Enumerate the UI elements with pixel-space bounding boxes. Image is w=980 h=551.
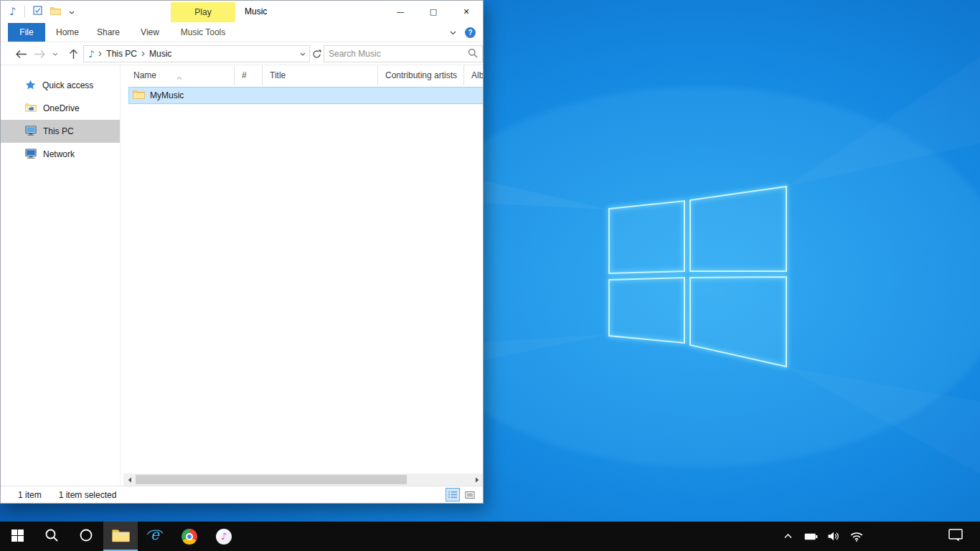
system-tray — [779, 522, 865, 551]
file-list-pane: Name # Title Contributing artists Alb — [120, 65, 483, 486]
file-name: MyMusic — [150, 90, 184, 100]
sidebar-item-network[interactable]: Network — [1, 143, 120, 166]
close-button[interactable]: ✕ — [450, 1, 483, 22]
minimize-button[interactable]: — — [384, 1, 417, 22]
taskbar-search-button[interactable] — [34, 522, 69, 551]
windows-start-icon — [11, 529, 24, 544]
sort-ascending-icon — [176, 67, 182, 85]
location-music-icon: ♪ — [88, 50, 94, 59]
search-icon[interactable] — [468, 48, 478, 60]
breadcrumb-music[interactable]: Music — [149, 49, 171, 59]
taskbar-chrome-button[interactable] — [172, 522, 207, 551]
breadcrumb-this-pc[interactable]: This PC — [106, 49, 137, 59]
column-header-name[interactable]: Name — [121, 65, 235, 85]
breadcrumb-chevron-icon[interactable] — [98, 49, 102, 59]
wifi-network-icon[interactable] — [848, 522, 865, 551]
scroll-left-icon[interactable] — [123, 474, 136, 486]
titlebar: ♪ Play Music — □ ✕ — [1, 1, 483, 22]
quick-access-toolbar: ♪ — [9, 1, 75, 22]
cortana-circle-icon — [79, 528, 93, 545]
ribbon-tab-row: File Home Share View Music Tools ? — [1, 22, 483, 42]
sidebar-item-onedrive[interactable]: OneDrive — [1, 97, 120, 120]
address-bar-row: ♪ This PC Music — [1, 42, 483, 65]
refresh-button[interactable] — [310, 45, 323, 62]
volume-icon[interactable] — [825, 522, 842, 551]
internet-explorer-icon: e — [146, 527, 164, 546]
itunes-music-icon: ♪ — [216, 529, 232, 545]
large-icons-view-button[interactable] — [463, 488, 477, 501]
sidebar-item-quick-access[interactable]: Quick access — [1, 74, 120, 97]
sidebar-item-this-pc[interactable]: This PC — [1, 120, 120, 143]
file-explorer-window: ♪ Play Music — □ ✕ File — [0, 0, 484, 504]
file-row-mymusic[interactable]: MyMusic — [129, 88, 483, 103]
properties-icon[interactable] — [33, 6, 42, 17]
column-header-number[interactable]: # — [235, 65, 263, 85]
window-controls: — □ ✕ — [384, 1, 483, 22]
computer-icon — [25, 126, 37, 138]
scrollbar-thumb[interactable] — [136, 475, 407, 484]
breadcrumb-chevron-icon[interactable] — [141, 49, 145, 59]
sidebar-item-label: Quick access — [42, 80, 93, 90]
address-dropdown-icon[interactable] — [296, 46, 309, 62]
taskbar: e ♪ — [0, 522, 980, 551]
ribbon-right-controls: ? — [450, 22, 476, 42]
chrome-icon — [182, 529, 197, 545]
forward-button[interactable] — [31, 42, 48, 65]
search-icon — [44, 528, 59, 545]
maximize-button[interactable]: □ — [417, 1, 450, 22]
horizontal-scrollbar[interactable] — [123, 474, 483, 486]
search-input[interactable] — [329, 49, 468, 59]
taskbar-start-button[interactable] — [0, 522, 34, 551]
network-icon — [25, 149, 37, 161]
sidebar-item-label: Network — [43, 149, 75, 159]
file-explorer-icon — [112, 528, 130, 545]
column-header-title[interactable]: Title — [263, 65, 378, 85]
sidebar-item-label: This PC — [43, 126, 74, 136]
back-button[interactable] — [12, 42, 29, 65]
window-title: Music — [245, 1, 267, 22]
taskbar-file-explorer-button[interactable] — [103, 522, 138, 551]
toolbar-separator — [24, 6, 25, 17]
recent-locations-chevron-icon[interactable] — [50, 42, 61, 65]
column-headers: Name # Title Contributing artists Alb — [121, 65, 483, 85]
scrollbar-track[interactable] — [136, 474, 471, 486]
help-icon[interactable]: ? — [465, 27, 476, 38]
music-note-icon: ♪ — [9, 6, 17, 17]
hidden-icons-chevron-icon[interactable] — [779, 522, 796, 551]
window-content: Quick access OneDrive This PC — [1, 65, 483, 486]
contextual-tab-play[interactable]: Play — [171, 2, 235, 22]
tab-home[interactable]: Home — [50, 23, 85, 42]
tab-view[interactable]: View — [131, 23, 169, 42]
customize-toolbar-chevron-icon[interactable] — [69, 6, 75, 17]
onedrive-folder-icon — [25, 103, 37, 114]
view-toggles — [446, 488, 477, 501]
battery-icon[interactable] — [802, 522, 819, 551]
column-header-album[interactable]: Alb — [464, 65, 483, 85]
folder-icon — [133, 90, 145, 101]
tab-file[interactable]: File — [8, 23, 45, 42]
navigation-pane: Quick access OneDrive This PC — [1, 65, 120, 486]
action-center-button[interactable] — [941, 522, 970, 551]
taskbar-cortana-button[interactable] — [69, 522, 103, 551]
column-header-contributing-artists[interactable]: Contributing artists — [378, 65, 464, 85]
tab-music-tools[interactable]: Music Tools — [171, 23, 235, 42]
taskbar-internet-explorer-button[interactable]: e — [138, 522, 172, 551]
status-bar: 1 item 1 item selected — [1, 486, 483, 503]
action-center-icon — [948, 529, 963, 544]
svg-text:e: e — [151, 527, 160, 543]
search-box — [324, 45, 483, 62]
desktop: ♪ Play Music — □ ✕ File — [0, 0, 980, 551]
star-icon — [25, 80, 36, 92]
selection-count-label: 1 item selected — [59, 490, 117, 500]
item-count-label: 1 item — [18, 490, 42, 500]
sidebar-item-label: OneDrive — [43, 103, 80, 113]
up-button[interactable] — [64, 42, 83, 65]
new-folder-icon[interactable] — [50, 6, 61, 17]
details-view-button[interactable] — [446, 488, 460, 501]
taskbar-music-app-button[interactable]: ♪ — [207, 522, 241, 551]
address-bar[interactable]: ♪ This PC Music — [83, 45, 310, 62]
tab-share[interactable]: Share — [88, 23, 128, 42]
scroll-right-icon[interactable] — [471, 474, 483, 486]
file-rows: MyMusic — [121, 85, 483, 474]
expand-ribbon-chevron-icon[interactable] — [450, 27, 456, 37]
